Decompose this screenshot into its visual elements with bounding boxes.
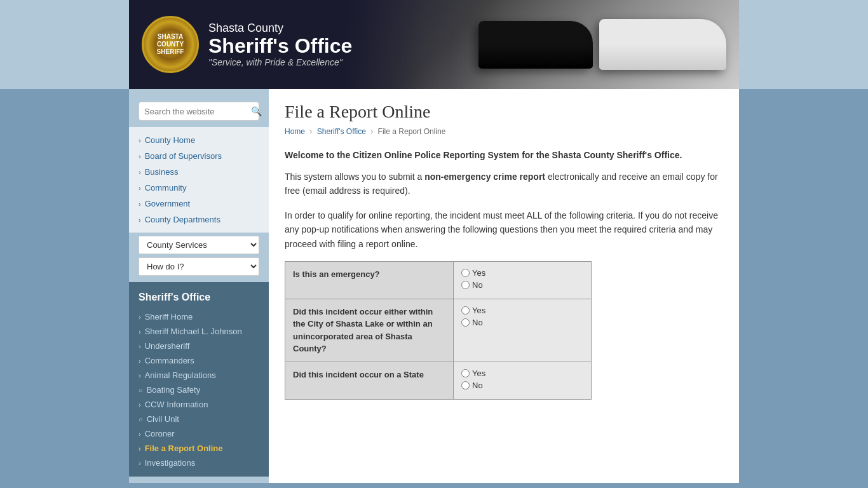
sheriff-nav-coroner[interactable]: › Coroner <box>129 426 269 441</box>
chevron-icon: › <box>139 445 141 452</box>
sheriff-nav-label: File a Report Online <box>145 444 223 453</box>
intro-text: This system allows you to submit a non-e… <box>285 170 723 198</box>
chevron-icon: › <box>139 200 141 208</box>
nav-item-community[interactable]: › Community <box>129 180 269 196</box>
criteria-text: In order to qualify for online reporting… <box>285 208 723 251</box>
sheriff-nav-label: Animal Regulations <box>145 370 216 380</box>
sheriff-nav-label: Sheriff Michael L. Johnson <box>145 327 242 336</box>
sheriff-badge-icon: SHASTACOUNTYSHERIFF <box>142 16 199 73</box>
nav-item-government[interactable]: › Government <box>129 196 269 212</box>
header-tagline: "Service, with Pride & Excellence" <box>208 57 352 67</box>
sheriff-nav-file-report[interactable]: › File a Report Online <box>129 441 269 456</box>
county-services-select[interactable]: County Services <box>139 236 259 254</box>
breadcrumb-sheriff-office[interactable]: Sheriff's Office <box>317 127 366 136</box>
chevron-icon: › <box>139 401 141 409</box>
chevron-icon: › <box>139 216 141 224</box>
question-cell-1: Is this an emergency? <box>285 261 454 299</box>
sheriff-nav-commanders[interactable]: › Commanders <box>129 353 269 368</box>
how-do-i-select[interactable]: How do I? <box>139 257 259 276</box>
breadcrumb: Home › Sheriff's Office › File a Report … <box>285 127 723 136</box>
sheriff-nav-label: Commanders <box>145 356 194 365</box>
chevron-icon: › <box>139 168 141 176</box>
criteria-bold: In order to qualify for online reporting… <box>285 210 635 220</box>
nav-label: Community <box>145 183 187 193</box>
radio-no-2: No <box>461 318 583 327</box>
badge-text: SHASTACOUNTYSHERIFF <box>157 33 184 56</box>
chevron-icon: › <box>139 430 141 438</box>
sheriff-sidebar: Sheriff's Office › Sheriff Home › Sherif… <box>129 282 269 477</box>
county-name: Shasta County <box>208 22 352 35</box>
breadcrumb-sep-2: › <box>370 127 375 136</box>
radio-yes-label-2: Yes <box>472 306 485 315</box>
nav-label: County Home <box>145 135 195 145</box>
report-table: Is this an emergency? Yes No Di <box>285 261 592 400</box>
radio-yes-input-1[interactable] <box>461 269 470 277</box>
search-input[interactable] <box>144 107 251 116</box>
page-wrap: 🔍 › County Home › Board of Supervisors ›… <box>129 89 739 483</box>
nav-item-county-departments[interactable]: › County Departments <box>129 212 269 227</box>
sheriff-nav-label: Investigations <box>145 458 196 468</box>
chevron-icon: › <box>139 459 141 467</box>
sheriff-nav-label: Undersheriff <box>145 341 190 351</box>
police-car-light <box>599 19 726 70</box>
sheriff-nav-animal-regulations[interactable]: › Animal Regulations <box>129 368 269 383</box>
nav-label: Business <box>145 167 179 177</box>
header-wrap: SHASTACOUNTYSHERIFF Shasta County Sherif… <box>0 0 868 89</box>
county-services-dropdown-wrap: County Services <box>139 236 259 254</box>
nav-item-business[interactable]: › Business <box>129 164 269 180</box>
nav-item-board-of-supervisors[interactable]: › Board of Supervisors <box>129 148 269 164</box>
sheriff-nav-label: Sheriff Home <box>145 312 193 322</box>
answer-cell-2: Yes No <box>454 299 592 362</box>
intro-bold: Welcome to the Citizen Online Police Rep… <box>285 149 723 162</box>
circle-icon: ○ <box>139 386 143 394</box>
sheriff-nav-label: CCW Information <box>145 400 208 409</box>
sheriff-nav-sheriff-home[interactable]: › Sheriff Home <box>129 309 269 324</box>
sheriff-nav-investigations[interactable]: › Investigations <box>129 456 269 470</box>
answer-cell-3: Yes No <box>454 362 592 399</box>
breadcrumb-sep-1: › <box>309 127 314 136</box>
chevron-icon: › <box>139 137 141 144</box>
radio-no-1: No <box>461 280 583 290</box>
radio-no-input-1[interactable] <box>461 281 470 289</box>
chevron-icon: › <box>139 372 141 379</box>
radio-no-input-2[interactable] <box>461 318 470 327</box>
radio-no-input-3[interactable] <box>461 381 470 390</box>
sheriff-nav-ccw-information[interactable]: › CCW Information <box>129 397 269 412</box>
search-box[interactable]: 🔍 <box>139 102 259 121</box>
radio-no-3: No <box>461 381 583 390</box>
radio-no-label-2: No <box>472 318 483 327</box>
logo-area: SHASTACOUNTYSHERIFF Shasta County Sherif… <box>129 10 365 79</box>
breadcrumb-home[interactable]: Home <box>285 127 305 136</box>
sheriff-nav-michael-johnson[interactable]: › Sheriff Michael L. Johnson <box>129 324 269 339</box>
chevron-icon: › <box>139 313 141 321</box>
nav-label: Board of Supervisors <box>145 151 222 161</box>
sheriff-nav-label: Coroner <box>145 429 175 438</box>
main-nav: › County Home › Board of Supervisors › B… <box>129 127 269 233</box>
sheriff-nav-undersheriff[interactable]: › Undersheriff <box>129 339 269 353</box>
main-content: File a Report Online Home › Sheriff's Of… <box>269 89 739 483</box>
sidebar: 🔍 › County Home › Board of Supervisors ›… <box>129 89 269 483</box>
radio-yes-input-2[interactable] <box>461 306 470 315</box>
police-car-dark <box>478 21 593 69</box>
chevron-icon: › <box>139 328 141 336</box>
question-cell-3: Did this incident occur on a State <box>285 362 454 399</box>
sheriff-nav-civil-unit[interactable]: ○ Civil Unit <box>129 412 269 426</box>
chevron-icon: › <box>139 184 141 192</box>
chevron-icon: › <box>139 152 141 160</box>
search-icon: 🔍 <box>251 106 262 116</box>
nav-item-county-home[interactable]: › County Home <box>129 132 269 148</box>
header-cars-background <box>345 0 739 89</box>
table-row: Did this incident occur either within th… <box>285 299 592 362</box>
sheriff-nav-label: Civil Unit <box>147 414 179 424</box>
sheriff-sidebar-title: Sheriff's Office <box>129 288 269 309</box>
radio-no-label-1: No <box>472 280 483 290</box>
chevron-icon: › <box>139 342 141 350</box>
header: SHASTACOUNTYSHERIFF Shasta County Sherif… <box>129 0 739 89</box>
page-title: File a Report Online <box>285 102 723 122</box>
circle-icon: ○ <box>139 416 143 423</box>
nav-label: County Departments <box>145 215 220 224</box>
nav-label: Government <box>145 199 191 208</box>
sheriff-nav-boating-safety[interactable]: ○ Boating Safety <box>129 383 269 397</box>
radio-yes-label-1: Yes <box>472 268 485 278</box>
radio-yes-input-3[interactable] <box>461 369 470 377</box>
